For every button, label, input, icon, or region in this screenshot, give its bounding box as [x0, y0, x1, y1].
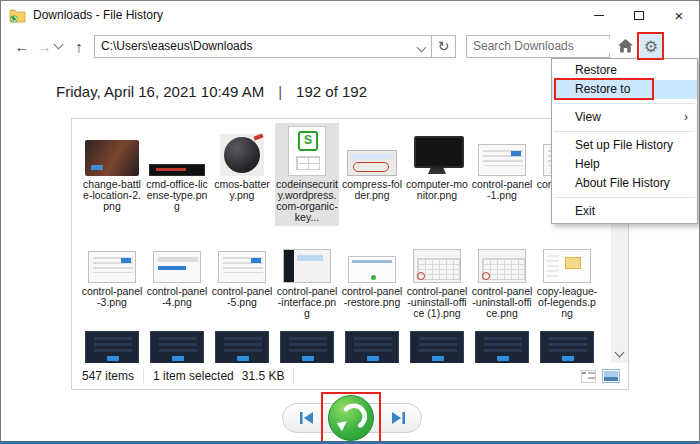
refresh-button[interactable]: ↻ [432, 35, 456, 58]
file-item[interactable]: control-panel-restore.png [340, 230, 404, 322]
t-winlight-icon [218, 251, 266, 283]
file-item[interactable]: cmos-battery.png [210, 123, 274, 226]
file-item[interactable]: control-panel-5.png [210, 230, 274, 322]
file-item[interactable]: data-recov [405, 326, 469, 363]
status-divider [143, 369, 144, 383]
previous-version-button[interactable] [286, 403, 328, 433]
file-history-window: Downloads - File History × ← → ↑ ↻ [0, 0, 700, 444]
search-input[interactable] [473, 39, 628, 53]
menu-item-exit[interactable]: Exit [552, 202, 697, 221]
file-item[interactable]: control-panel-3.png [80, 230, 144, 322]
selection-size: 31.5 KB [242, 369, 285, 383]
t-dark-icon [540, 331, 594, 363]
t-menush-icon [347, 150, 397, 176]
file-item[interactable]: codeinsecurity.wordpress.com-organic-key… [275, 123, 339, 226]
menu-separator [554, 103, 695, 104]
details-view-button[interactable] [581, 370, 596, 383]
menu-separator [554, 131, 695, 132]
file-item[interactable]: control-panel-1.png [470, 123, 534, 226]
restore-button[interactable] [328, 395, 374, 441]
next-version-button[interactable] [376, 403, 418, 433]
maximize-button[interactable] [619, 1, 659, 29]
file-item[interactable]: compress-folder.png [340, 123, 404, 226]
minimize-button[interactable] [579, 1, 619, 29]
file-thumbnail [85, 329, 139, 363]
menu-item-label: Restore [575, 63, 617, 77]
scroll-down-icon[interactable] [615, 348, 625, 358]
file-name: cmos-battery.png [211, 179, 273, 201]
file-item[interactable]: cmd-office-license-type.png [145, 123, 209, 226]
previous-icon [300, 412, 315, 424]
file-item[interactable]: data-recov [145, 326, 209, 363]
forward-button[interactable]: → [33, 38, 55, 55]
close-button[interactable]: × [659, 1, 699, 29]
submenu-arrow-icon: › [684, 108, 688, 127]
refresh-icon: ↻ [438, 38, 450, 54]
file-item[interactable]: control-panel-interface.png [275, 230, 339, 322]
status-divider [293, 369, 294, 383]
menu-item-view[interactable]: View› [552, 108, 697, 127]
files-area: change-battle-location-2.pngcmd-office-l… [72, 119, 611, 363]
file-thumbnail [414, 126, 460, 176]
address-dropdown-icon[interactable] [417, 42, 427, 52]
items-count: 547 items [82, 369, 134, 383]
file-name: compress-folder.png [341, 179, 403, 201]
status-bar: 547 items 1 item selected 31.5 KB [72, 363, 628, 389]
file-name: codeinsecurity.wordpress.com-organic-key… [276, 179, 338, 223]
file-item[interactable]: data-recov [340, 326, 404, 363]
menu-item-help[interactable]: Help [552, 155, 697, 174]
file-thumbnail [218, 233, 266, 283]
file-thumbnail [88, 233, 136, 283]
file-history-app-icon [9, 7, 27, 23]
file-thumbnail [348, 233, 396, 283]
menu-item-label: Restore to [575, 82, 630, 96]
history-dropdown-icon[interactable] [54, 40, 64, 50]
file-item[interactable]: data-recov [80, 326, 144, 363]
file-name: cmd-office-license-type.png [146, 179, 208, 212]
file-thumbnail [543, 233, 591, 283]
gear-icon: ⚙ [644, 37, 658, 56]
address-bar[interactable] [94, 35, 432, 58]
file-thumbnail [149, 126, 205, 176]
menu-item-restore-to[interactable]: Restore to [552, 80, 697, 99]
file-thumbnail [540, 329, 594, 363]
file-item[interactable]: data-recov [535, 326, 599, 363]
file-item[interactable]: copy-league-of-legends.png [535, 230, 599, 322]
file-row-1: change-battle-location-2.pngcmd-office-l… [72, 123, 611, 226]
file-thumbnail [85, 126, 139, 176]
menu-item-restore[interactable]: Restore [552, 61, 697, 80]
file-item[interactable]: control-panel-uninstall-office (1).png [405, 230, 469, 322]
search-box[interactable] [466, 35, 610, 58]
menu-item-label: About File History [575, 176, 670, 190]
file-item[interactable]: control-panel-4.png [145, 230, 209, 322]
file-thumbnail [478, 233, 526, 283]
file-thumbnail [345, 329, 399, 363]
file-item[interactable]: control-panel-uninstall-office.png [470, 230, 534, 322]
menu-item-label: View [575, 110, 601, 124]
file-thumbnail [215, 329, 269, 363]
version-position: 192 of 192 [296, 83, 367, 100]
menu-item-set-up-file-history[interactable]: Set up File History [552, 136, 697, 155]
file-thumbnail [478, 126, 526, 176]
file-item[interactable]: computer-monitor.png [405, 123, 469, 226]
thumbnails-view-button[interactable] [602, 369, 620, 383]
t-winsidebar-icon [283, 249, 331, 283]
t-dark-icon [345, 331, 399, 363]
menu-item-label: Help [575, 157, 600, 171]
up-button[interactable]: ↑ [68, 38, 90, 55]
version-date: Friday, April 16, 2021 10:49 AM [56, 83, 264, 100]
settings-button[interactable]: ⚙ [640, 34, 662, 58]
close-icon: × [675, 8, 684, 23]
back-button[interactable]: ← [11, 38, 33, 55]
address-input[interactable] [101, 39, 418, 53]
t-wintable-icon [413, 249, 461, 283]
menu-item-about-file-history[interactable]: About File History [552, 174, 697, 193]
t-dark-icon [150, 331, 204, 363]
file-item[interactable]: data-recov [470, 326, 534, 363]
file-thumbnail [283, 233, 331, 283]
file-item[interactable]: data-recov [210, 326, 274, 363]
t-dark-icon [410, 331, 464, 363]
file-item[interactable]: data-recov [275, 326, 339, 363]
home-button[interactable] [614, 34, 636, 58]
file-item[interactable]: change-battle-location-2.png [80, 123, 144, 226]
